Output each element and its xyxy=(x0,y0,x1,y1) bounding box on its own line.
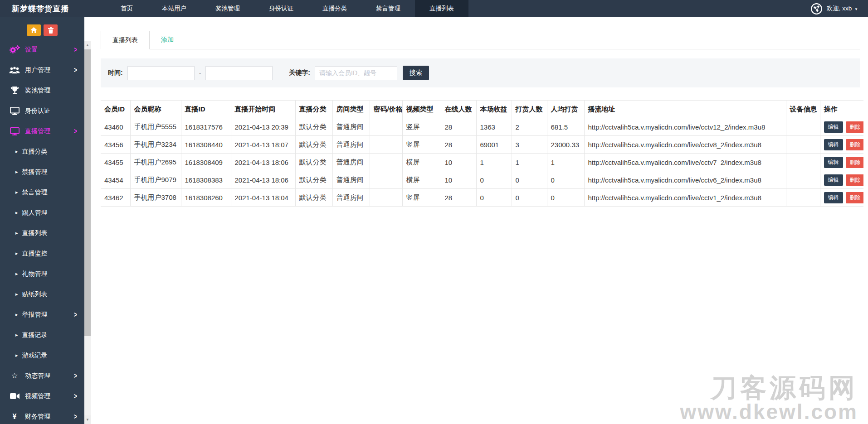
sidebar-item-live-records[interactable]: ▸直播记录 xyxy=(0,325,84,345)
table-cell: 1618308260 xyxy=(181,189,231,207)
sidebar-item-label: 动态管理 xyxy=(25,372,50,380)
table-cell: 横屏 xyxy=(402,171,441,189)
edit-button[interactable]: 编辑 xyxy=(824,121,843,133)
column-header: 设备信息 xyxy=(786,101,820,118)
sidebar-item-label: 禁播管理 xyxy=(22,168,48,176)
table-cell xyxy=(370,171,402,189)
edit-button[interactable]: 编辑 xyxy=(824,139,843,150)
search-button[interactable]: 搜索 xyxy=(403,66,429,80)
sidebar-item-game-records[interactable]: ▸游戏记录 xyxy=(0,345,84,366)
tab-bar: 直播列表 添加 xyxy=(101,31,860,49)
scrollbar-track[interactable] xyxy=(84,336,91,415)
sidebar-item-live-management[interactable]: 直播管理> xyxy=(0,121,84,141)
brand-title: 新梦蝶带货直播 xyxy=(0,0,81,17)
main-content: 直播列表 添加 时间: - 关键字: 搜索 会员ID会员昵称直播ID直播开始时间… xyxy=(91,17,868,424)
tab-add[interactable]: 添加 xyxy=(150,31,185,49)
column-header: 人均打赏 xyxy=(547,101,584,118)
sidebar-item-video-management[interactable]: 视频管理> xyxy=(0,386,84,406)
nav-item-live-list[interactable]: 直播列表 xyxy=(415,0,468,17)
delete-button[interactable]: 删除 xyxy=(846,121,864,133)
edit-button[interactable]: 编辑 xyxy=(824,192,843,203)
column-header: 直播分类 xyxy=(295,101,332,118)
table-cell: 0 xyxy=(476,171,512,189)
sidebar-item-live-list[interactable]: ▸直播列表 xyxy=(0,223,84,243)
sidebar-item-sticker-list[interactable]: ▸贴纸列表 xyxy=(0,284,84,304)
table-cell: 普通房间 xyxy=(332,118,370,136)
nav-item-prize-pool[interactable]: 奖池管理 xyxy=(201,0,254,17)
nav-item-live-category[interactable]: 直播分类 xyxy=(308,0,361,17)
actions-cell: 编辑删除 xyxy=(820,154,863,171)
monitor-icon xyxy=(9,127,20,135)
table-cell: 0 xyxy=(476,189,512,207)
user-menu[interactable]: 欢迎, xxb ▼ xyxy=(827,5,858,13)
table-cell: 1618308440 xyxy=(181,136,231,154)
triangle-right-icon: ▸ xyxy=(15,312,18,318)
sidebar-item-live-monitor[interactable]: ▸直播监控 xyxy=(0,243,84,264)
home-button[interactable] xyxy=(27,24,41,36)
sidebar-item-label: 直播分类 xyxy=(22,148,48,156)
chevron-right-icon: > xyxy=(74,127,77,135)
table-cell: 1363 xyxy=(476,118,512,136)
table-cell xyxy=(786,118,820,136)
table-cell: 43456 xyxy=(101,136,130,154)
delete-button[interactable]: 删除 xyxy=(846,192,864,203)
table-cell: 普通房间 xyxy=(332,189,370,207)
sidebar-item-kick-management[interactable]: ▸踢人管理 xyxy=(0,202,84,223)
sidebar-item-gift-management[interactable]: ▸礼物管理 xyxy=(0,264,84,284)
sidebar-item-label: 踢人管理 xyxy=(22,209,48,217)
table-cell: 1 xyxy=(476,154,512,171)
trash-icon xyxy=(48,27,54,34)
nav-item-home[interactable]: 首页 xyxy=(106,0,147,17)
sidebar-item-prize-pool[interactable]: 奖池管理 xyxy=(0,80,84,101)
keyword-input[interactable] xyxy=(315,66,397,80)
sidebar: 设置>用户管理>奖池管理身份认证直播管理>▸直播分类▸禁播管理▸禁言管理▸踢人管… xyxy=(0,17,84,424)
nav-item-identity-auth[interactable]: 身份认证 xyxy=(254,0,308,17)
sidebar-item-live-category[interactable]: ▸直播分类 xyxy=(0,141,84,162)
network-globe-icon[interactable] xyxy=(810,3,823,15)
table-cell: 竖屏 xyxy=(402,189,441,207)
sidebar-item-report-management[interactable]: ▸举报管理> xyxy=(0,304,84,325)
table-cell xyxy=(370,189,402,207)
column-header: 直播ID xyxy=(181,101,231,118)
column-header: 会员昵称 xyxy=(130,101,181,118)
delete-button[interactable]: 删除 xyxy=(846,139,864,150)
delete-button[interactable]: 删除 xyxy=(846,157,864,168)
edit-button[interactable]: 编辑 xyxy=(824,157,843,168)
table-cell: 2 xyxy=(512,118,547,136)
column-header: 房间类型 xyxy=(332,101,370,118)
delete-button[interactable] xyxy=(44,24,58,36)
nav-item-mute-management[interactable]: 禁言管理 xyxy=(361,0,415,17)
sidebar-item-ban-broadcast[interactable]: ▸禁播管理 xyxy=(0,162,84,182)
table-cell: 1618317576 xyxy=(181,118,231,136)
column-header: 播流地址 xyxy=(584,101,786,118)
actions-cell: 编辑删除 xyxy=(820,136,863,154)
triangle-right-icon: ▸ xyxy=(15,169,18,175)
time-from-input[interactable] xyxy=(127,66,195,80)
edit-button[interactable]: 编辑 xyxy=(824,174,843,186)
time-label: 时间: xyxy=(108,69,123,77)
sidebar-item-user-management[interactable]: 用户管理> xyxy=(0,60,84,80)
sidebar-item-identity-auth[interactable]: 身份认证 xyxy=(0,101,84,121)
column-header: 本场收益 xyxy=(476,101,512,118)
scroll-down-arrow-icon[interactable]: ▼ xyxy=(84,415,91,424)
sidebar-item-settings[interactable]: 设置> xyxy=(0,39,84,60)
table-cell: 横屏 xyxy=(402,154,441,171)
scroll-up-arrow-icon[interactable]: ▲ xyxy=(84,41,91,49)
time-to-input[interactable] xyxy=(205,66,273,80)
triangle-right-icon: ▸ xyxy=(15,271,18,277)
sidebar-scrollbar[interactable]: ▲ ▼ xyxy=(84,17,91,424)
table-cell: 2021-04-13 20:39 xyxy=(231,118,295,136)
table-cell: 1 xyxy=(512,154,547,171)
scrollbar-thumb[interactable] xyxy=(84,49,91,336)
sidebar-item-mute-management[interactable]: ▸禁言管理 xyxy=(0,182,84,202)
sidebar-item-finance-management[interactable]: ¥财务管理> xyxy=(0,406,84,424)
column-header: 视频类型 xyxy=(402,101,441,118)
chevron-right-icon: > xyxy=(74,66,77,74)
sidebar-item-moments-management[interactable]: ☆动态管理> xyxy=(0,366,84,386)
table-cell: 手机用户9079 xyxy=(130,171,181,189)
delete-button[interactable]: 删除 xyxy=(846,174,864,186)
nav-item-site-users[interactable]: 本站用户 xyxy=(147,0,201,17)
sidebar-item-label: 直播监控 xyxy=(22,250,48,258)
tab-live-list[interactable]: 直播列表 xyxy=(101,31,150,49)
sidebar-item-label: 直播列表 xyxy=(22,229,48,237)
